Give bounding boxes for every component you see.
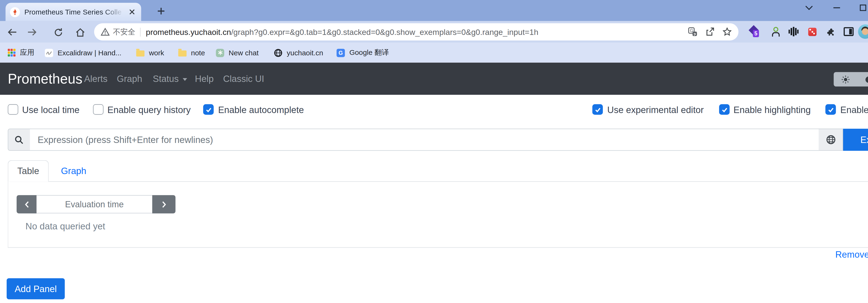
nav-link-help[interactable]: Help <box>195 63 214 95</box>
metrics-explorer-globe-icon[interactable] <box>819 129 843 151</box>
window-minimize-button[interactable] <box>830 3 842 13</box>
panel-tabs: Table Graph <box>0 160 868 182</box>
bookmark-star-icon[interactable] <box>722 27 732 36</box>
query-options-row: Use local time Enable query history Enab… <box>0 102 868 118</box>
prometheus-favicon-icon <box>10 7 20 17</box>
browser-tab[interactable]: Prometheus Time Series Colle <box>5 3 141 21</box>
enable-query-history-label[interactable]: Enable query history <box>107 102 191 118</box>
theme-dark-moon-icon[interactable] <box>857 72 868 86</box>
not-secure-warning-icon <box>101 28 110 36</box>
tab-table[interactable]: Table <box>8 160 49 182</box>
evaluation-time-forward-button[interactable] <box>152 195 176 214</box>
prometheus-brand[interactable]: Prometheus <box>8 63 83 95</box>
bookmarks-bar: 应用 Excalidraw | Hand... work note New ch… <box>0 43 868 63</box>
profile-avatar[interactable] <box>858 24 868 39</box>
bookmark-folder-work[interactable]: work <box>136 43 164 63</box>
bookmark-apps[interactable]: 应用 <box>8 43 34 63</box>
bookmark-google-translate[interactable]: G Google 翻译 <box>337 43 389 63</box>
evaluation-time-back-button[interactable] <box>17 195 36 214</box>
new-tab-button[interactable] <box>156 5 167 17</box>
bookmark-folder-note[interactable]: note <box>178 43 205 63</box>
browser-window: Prometheus Time Series Colle <box>0 0 868 303</box>
url-path: /graph?g0.expr=&g0.tab=1&g0.stacked=0&g0… <box>231 28 538 36</box>
enable-highlighting-checkbox[interactable] <box>719 104 730 115</box>
url-text[interactable]: prometheus.yuchaoit.cn/graph?g0.expr=&g0… <box>146 28 680 36</box>
caret-down-icon <box>183 78 187 81</box>
tab-close-icon[interactable] <box>127 7 137 17</box>
browser-tab-strip: Prometheus Time Series Colle <box>0 0 868 21</box>
table-panel: No data queried yet Remove <box>0 182 868 248</box>
remove-panel-link[interactable]: Remove <box>835 249 868 260</box>
nav-link-graph[interactable]: Graph <box>117 63 142 95</box>
enable-highlighting-label[interactable]: Enable highlighting <box>734 102 811 118</box>
panel-bottom-border <box>8 247 868 248</box>
share-icon[interactable] <box>705 27 715 36</box>
use-experimental-editor-checkbox[interactable] <box>592 104 603 115</box>
extension-waveform-icon[interactable] <box>787 25 799 37</box>
tab-search-chevron-icon[interactable] <box>803 3 815 13</box>
theme-toggle-group <box>834 72 868 86</box>
nav-link-alerts[interactable]: Alerts <box>84 63 107 95</box>
folder-icon <box>178 50 187 56</box>
bookmark-new-chat[interactable]: New chat <box>216 43 258 63</box>
tab-graph[interactable]: Graph <box>57 160 90 182</box>
browser-toolbar: 不安全 prometheus.yuchaoit.cn/graph?g0.expr… <box>0 21 868 43</box>
enable-autocomplete-checkbox[interactable] <box>203 104 214 115</box>
nav-link-classic-ui[interactable]: Classic UI <box>223 63 264 95</box>
use-local-time-label[interactable]: Use local time <box>22 102 80 118</box>
folder-icon <box>136 50 145 56</box>
execute-button[interactable]: Execute <box>843 129 868 151</box>
extension-dice-icon[interactable] <box>806 25 818 37</box>
extension-vue-devtools-icon[interactable]: 5 <box>748 25 761 37</box>
excalidraw-icon <box>45 49 53 57</box>
evaluation-time-input[interactable] <box>36 195 152 214</box>
google-translate-icon: G <box>337 49 345 57</box>
expression-bar: Execute <box>0 129 868 151</box>
bookmark-excalidraw[interactable]: Excalidraw | Hand... <box>45 43 121 63</box>
apps-grid-icon <box>8 49 16 56</box>
side-panel-icon[interactable] <box>843 25 855 37</box>
security-label[interactable]: 不安全 <box>113 27 135 37</box>
enable-autocomplete-label[interactable]: Enable autocomplete <box>218 102 304 118</box>
use-experimental-editor-label[interactable]: Use experimental editor <box>607 102 704 118</box>
chatgpt-icon <box>216 49 224 57</box>
extensions-puzzle-icon[interactable] <box>825 25 837 37</box>
extension-badge: 5 <box>753 30 759 37</box>
enable-query-history-checkbox[interactable] <box>93 104 103 115</box>
empty-state-message: No data queried yet <box>25 221 105 231</box>
theme-light-sun-icon[interactable] <box>834 72 857 86</box>
reload-button[interactable] <box>52 25 65 39</box>
enable-linter-label[interactable]: Enable <box>840 102 868 118</box>
url-domain: prometheus.yuchaoit.cn <box>146 28 231 36</box>
tab-title: Prometheus Time Series Colle <box>24 8 127 16</box>
use-local-time-checkbox[interactable] <box>8 104 18 115</box>
address-divider <box>140 28 140 36</box>
translate-icon[interactable]: G <box>688 27 698 36</box>
prometheus-navbar: Prometheus Alerts Graph Status Help Clas… <box>0 63 868 95</box>
panel-left-border <box>8 182 8 247</box>
evaluation-time-group <box>17 195 176 214</box>
window-maximize-button[interactable] <box>857 3 868 13</box>
enable-linter-checkbox[interactable] <box>825 104 836 115</box>
globe-icon <box>274 49 282 57</box>
forward-button[interactable] <box>25 25 38 39</box>
expression-input[interactable] <box>30 129 819 151</box>
add-panel-button[interactable]: Add Panel <box>7 278 65 299</box>
extension-user-icon[interactable] <box>770 25 782 37</box>
nav-link-status[interactable]: Status <box>153 63 187 95</box>
bookmark-yuchaoit[interactable]: yuchaoit.cn <box>274 43 323 63</box>
back-button[interactable] <box>5 25 19 39</box>
home-button[interactable] <box>73 25 87 39</box>
address-bar[interactable]: 不安全 prometheus.yuchaoit.cn/graph?g0.expr… <box>94 23 739 40</box>
search-icon <box>8 129 31 151</box>
